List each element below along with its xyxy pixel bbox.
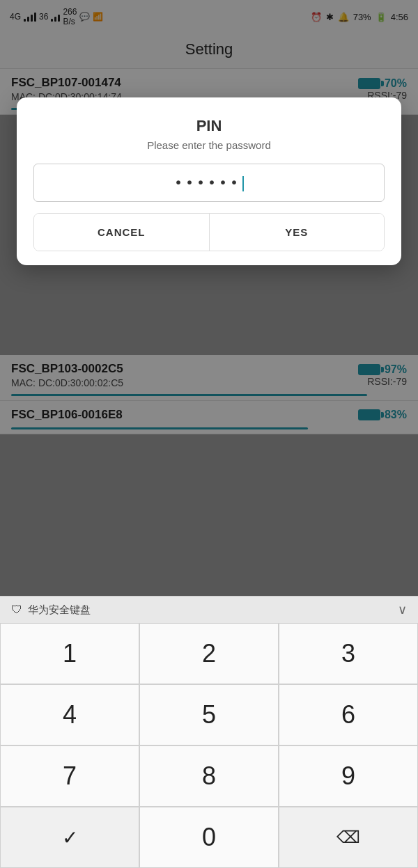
device-item-3[interactable]: FSC_BP106-0016E8 83% — [0, 401, 418, 434]
time: 4:56 — [391, 12, 408, 22]
key-0[interactable]: 0 — [139, 807, 279, 868]
device-list-below: FSC_BP103-0002C5 MAC: DC:0D:30:00:02:C5 … — [0, 355, 418, 434]
network-speed: 266B/s — [63, 7, 77, 26]
key-1[interactable]: 1 — [0, 623, 139, 684]
signal-strength: 4G — [10, 12, 21, 22]
device-name-2: FSC_BP103-0002C5 — [11, 362, 123, 376]
bluetooth-icon: ✱ — [326, 12, 334, 22]
battery-percentage: 73% — [353, 12, 371, 22]
device-name-1: FSC_BP107-001474 — [11, 76, 122, 90]
mute-icon: 🔔 — [338, 12, 349, 22]
battery-icon-3 — [358, 409, 380, 420]
yes-button[interactable]: YES — [210, 214, 385, 251]
dialog-buttons: CANCEL YES — [33, 213, 385, 251]
key-8[interactable]: 8 — [139, 745, 279, 807]
message-icon: 💬 — [79, 12, 90, 22]
status-left: 4G 36 266B/s 💬 📶 — [10, 7, 103, 26]
status-bar: 4G 36 266B/s 💬 📶 ⏰ ✱ 🔔 73% 🔋 4:56 — [0, 0, 418, 33]
device-name-3: FSC_BP106-0016E8 — [11, 408, 123, 422]
key-4[interactable]: 4 — [0, 684, 139, 745]
battery-icon: 🔋 — [376, 12, 387, 22]
pin-dialog: PIN Please enter the password •••••• CAN… — [17, 97, 401, 265]
battery-icon-1 — [358, 78, 380, 89]
dialog-title: PIN — [33, 117, 385, 135]
status-right: ⏰ ✱ 🔔 73% 🔋 4:56 — [311, 12, 408, 22]
cancel-button[interactable]: CANCEL — [34, 214, 210, 251]
pin-dots: •••••• — [174, 174, 241, 191]
device-bar-3 — [11, 427, 308, 429]
device-mac-2: MAC: DC:0D:30:00:02:C5 — [11, 377, 123, 388]
cursor — [242, 176, 244, 191]
key-3[interactable]: 3 — [279, 623, 418, 684]
keyboard-header: 🛡 华为安全键盘 ∨ — [0, 596, 418, 623]
chevron-down-icon[interactable]: ∨ — [398, 602, 407, 617]
pin-input-container[interactable]: •••••• — [33, 164, 385, 202]
shield-icon: 🛡 — [11, 603, 22, 616]
battery-pct-3: 83% — [385, 409, 407, 421]
key-6[interactable]: 6 — [279, 684, 418, 745]
signal-bars — [24, 12, 36, 22]
device-bar-2 — [11, 394, 367, 396]
key-2[interactable]: 2 — [139, 623, 279, 684]
battery-pct-1: 70% — [385, 77, 407, 90]
app-header: Setting — [0, 33, 418, 69]
network-type: 36 — [39, 12, 48, 22]
keyboard-area: 🛡 华为安全键盘 ∨ 1 2 3 4 5 6 7 8 9 ✓ 0 ⌫ — [0, 596, 418, 868]
key-7[interactable]: 7 — [0, 745, 139, 807]
pin-input-display: •••••• — [45, 174, 373, 191]
backspace-key[interactable]: ⌫ — [279, 807, 418, 868]
dialog-subtitle: Please enter the password — [33, 139, 385, 151]
page-title: Setting — [185, 40, 233, 58]
keyboard-label: 华为安全键盘 — [28, 603, 91, 617]
alarm-icon: ⏰ — [311, 12, 322, 22]
battery-icon-2 — [358, 364, 380, 375]
key-confirm[interactable]: ✓ — [0, 807, 139, 868]
key-5[interactable]: 5 — [139, 684, 279, 745]
keyboard-header-left: 🛡 华为安全键盘 — [11, 603, 91, 617]
rssi-2: RSSI:-79 — [358, 376, 407, 387]
keyboard-grid: 1 2 3 4 5 6 7 8 9 ✓ 0 ⌫ — [0, 623, 418, 868]
battery-pct-2: 97% — [385, 363, 407, 376]
device-item-2[interactable]: FSC_BP103-0002C5 MAC: DC:0D:30:00:02:C5 … — [0, 355, 418, 401]
wifi-icon: 📶 — [93, 12, 103, 22]
signal-bars-2 — [51, 12, 60, 22]
key-9[interactable]: 9 — [279, 745, 418, 807]
